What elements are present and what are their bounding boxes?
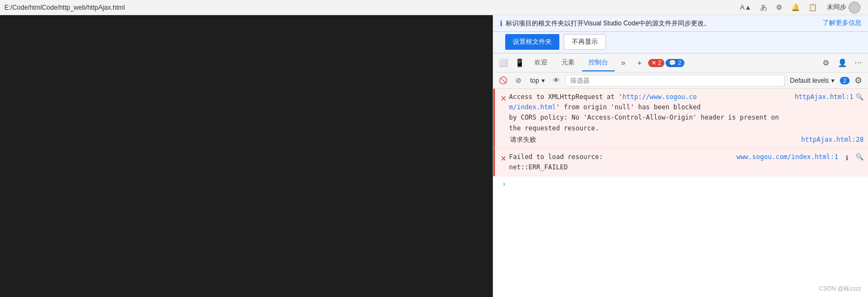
- sync-button[interactable]: 未同步: [824, 1, 864, 15]
- console-toolbar: 🚫 ⊘ top ▾ 👁 Default levels ▾ 2 ⚙: [493, 72, 868, 89]
- devtools-more-icon[interactable]: ⋯: [851, 55, 866, 70]
- action-buttons-row: 设置根文件夹 不再显示: [493, 32, 868, 54]
- expand-row: ›: [493, 176, 868, 190]
- clear-console-icon[interactable]: 🚫: [497, 74, 510, 87]
- cors-error-text: Access to XMLHttpRequest at 'http://www.…: [509, 92, 788, 134]
- settings-icon[interactable]: ⚙: [818, 55, 833, 70]
- top-bar-icons: A▲ あ ⚙ 🔔 📋 未同步: [738, 1, 864, 15]
- font-size-icon[interactable]: A▲: [738, 2, 754, 12]
- warning-badge-icon: 💬: [669, 60, 676, 67]
- levels-badge: 2: [840, 77, 850, 84]
- devtools-tabs: ⬜ 📱 欢迎 元素 控制台 » + ✕ 2 💬 2 ⚙ 👤 ⋯: [493, 54, 868, 72]
- filter-input[interactable]: [565, 75, 785, 87]
- top-bar: E:/Code/htmlCode/http_web/httpAjax.html …: [0, 0, 868, 15]
- warning-badge[interactable]: 💬 2: [665, 59, 684, 67]
- extra-msg-text: 请求失败: [510, 135, 536, 145]
- cast-icon[interactable]: 📋: [806, 2, 819, 12]
- cors-error-location[interactable]: httpAjax.html:1: [795, 92, 853, 102]
- cors-error-prefix: Access to XMLHttpRequest at ': [509, 93, 623, 101]
- set-root-button[interactable]: 设置根文件夹: [505, 34, 559, 50]
- resource-error-info-icon[interactable]: ℹ: [840, 152, 853, 165]
- main-layout: ℹ 标识项目的根文件夹以打开Visual Studio Code中的源文件并同步…: [0, 15, 868, 297]
- info-banner-left: ℹ 标识项目的根文件夹以打开Visual Studio Code中的源文件并同步…: [500, 18, 710, 28]
- extra-msg-location[interactable]: httpAjax.html:28: [801, 135, 864, 145]
- error-badge[interactable]: ✕ 2: [648, 59, 664, 67]
- error-icon-1: ✕: [500, 93, 507, 104]
- info-banner-text: 标识项目的根文件夹以打开Visual Studio Code中的源文件并同步更改…: [506, 18, 710, 28]
- console-settings-icon[interactable]: ⚙: [852, 74, 865, 87]
- search-icon-1[interactable]: 🔍: [856, 92, 864, 102]
- cors-error-link1[interactable]: http://www.sogou.co: [623, 93, 697, 101]
- tab-console[interactable]: 控制台: [582, 55, 615, 71]
- tab-elements[interactable]: 元素: [555, 55, 581, 71]
- resource-error-link[interactable]: www.sogou.com/index.html:1: [736, 152, 838, 162]
- warning-badge-count: 2: [678, 60, 681, 66]
- resource-error: ✕ Failed to load resource: net::ERR_FAIL…: [493, 149, 868, 176]
- resource-error-line1: Failed to load resource:: [509, 153, 603, 161]
- context-dropdown[interactable]: top ▾: [527, 76, 548, 85]
- cors-error-line2: by CORS policy: No 'Access-Control-Allow…: [509, 114, 779, 121]
- editor-area: [0, 15, 493, 297]
- context-label: top: [530, 77, 539, 84]
- hide-button[interactable]: 不再显示: [564, 34, 606, 50]
- profiles-icon[interactable]: 👤: [834, 55, 850, 70]
- default-levels-button[interactable]: Default levels ▾: [787, 76, 838, 85]
- add-tab-icon[interactable]: +: [632, 55, 647, 70]
- more-tabs-icon[interactable]: »: [616, 55, 631, 70]
- console-messages: ✕ Access to XMLHttpRequest at 'http://ww…: [493, 89, 868, 297]
- info-banner: ℹ 标识项目的根文件夹以打开Visual Studio Code中的源文件并同步…: [493, 15, 868, 32]
- levels-chevron: ▾: [831, 77, 834, 84]
- extra-msg-row: 请求失败 httpAjax.html:28: [510, 135, 864, 145]
- browser-icon[interactable]: ⚙: [774, 2, 785, 12]
- learn-more-link[interactable]: 了解更多信息: [823, 18, 862, 28]
- expand-arrow[interactable]: ›: [499, 178, 510, 190]
- resource-error-line2: net::ERR_FAILED: [509, 163, 567, 171]
- tab-welcome[interactable]: 欢迎: [528, 55, 554, 71]
- cors-error-suffix: ' from origin 'null' has been blocked: [556, 103, 701, 111]
- error-badge-icon: ✕: [651, 60, 656, 67]
- search-icon-2[interactable]: 🔍: [856, 152, 864, 162]
- inspect-icon[interactable]: ⬜: [495, 55, 511, 70]
- levels-label: Default levels: [790, 77, 829, 84]
- info-icon: ℹ: [500, 19, 502, 28]
- avatar: [849, 2, 860, 14]
- extension-icon[interactable]: 🔔: [789, 2, 802, 12]
- context-chevron: ▾: [541, 77, 545, 84]
- eye-icon[interactable]: 👁: [550, 74, 563, 87]
- sync-label: 未同步: [827, 3, 846, 12]
- filter-icon[interactable]: ⊘: [512, 74, 525, 87]
- devtools-panel: ℹ 标识项目的根文件夹以打开Visual Studio Code中的源文件并同步…: [493, 15, 868, 297]
- device-icon[interactable]: 📱: [512, 55, 527, 70]
- error-icon-2: ✕: [500, 153, 507, 164]
- cors-error: ✕ Access to XMLHttpRequest at 'http://ww…: [493, 89, 868, 149]
- translate-icon[interactable]: あ: [758, 2, 769, 14]
- cors-error-line3: the requested resource.: [509, 124, 599, 132]
- error-badge-count: 2: [658, 60, 661, 66]
- file-path: E:/Code/htmlCode/http_web/httpAjax.html: [4, 4, 738, 11]
- cors-error-link2[interactable]: m/index.html: [509, 103, 556, 111]
- resource-error-text: Failed to load resource: net::ERR_FAILED: [509, 152, 734, 173]
- resource-error-row: ✕ Failed to load resource: net::ERR_FAIL…: [500, 152, 864, 173]
- cors-error-row: ✕ Access to XMLHttpRequest at 'http://ww…: [500, 92, 864, 134]
- watermark: CSDN @栋zzzz: [819, 285, 862, 293]
